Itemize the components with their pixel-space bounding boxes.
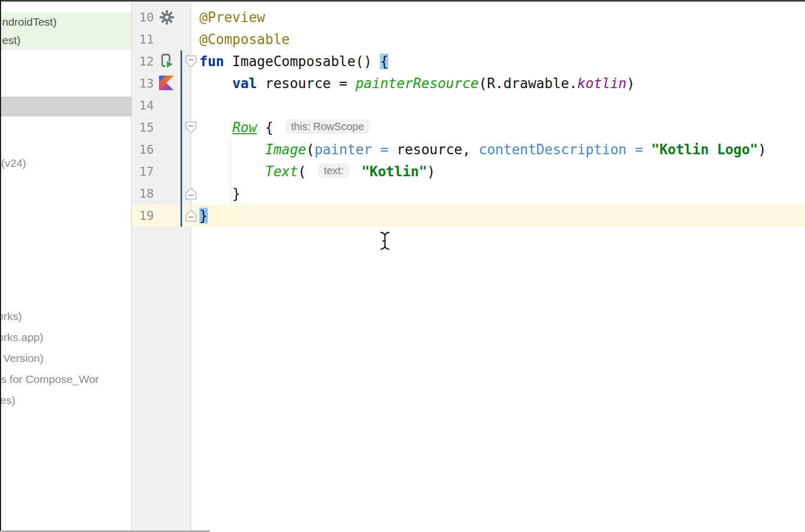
text-ibeam-cursor-icon [379,231,391,253]
arg-resource: resource, [397,142,479,157]
tree-dimmed-items: orks) orks.app) Version) s for Compose_W… [1,306,131,411]
gutter-change-marker[interactable] [181,50,182,227]
tree-item-label: ndroidTest) [2,16,57,28]
annotation-composable: @Composable [199,31,290,47]
current-line-highlight [132,205,805,227]
code-line-16[interactable]: Image(painter = resource, contentDescrip… [191,139,766,161]
tree-item-version[interactable]: Version) [1,348,131,369]
composable-call-text: Text [265,164,298,179]
code-line-11[interactable]: @Composable [191,28,290,50]
annotation-preview: @Preview [199,9,265,25]
tree-item-orks[interactable]: orks) [1,306,131,327]
open-paren: ( [298,164,314,179]
line-number-13[interactable]: 13 [132,72,154,94]
fold-end-marker-icon[interactable] [185,209,197,222]
tree-item-androidtest[interactable]: ndroidTest) [2,13,132,31]
tree-item-label: Version) [3,348,44,369]
tree-item-est[interactable]: est) [2,31,132,49]
close-brace-row: } [199,186,240,201]
line-number-11[interactable]: 11 [132,28,154,50]
line-number-19[interactable]: 19 [132,205,154,227]
line-number-18[interactable]: 18 [132,183,154,205]
composable-call-row: Row [232,120,257,135]
run-preview-icon[interactable] [160,53,175,71]
assignment-text: resource = [257,76,356,91]
window-left-edge [0,0,1,532]
code-line-12[interactable]: fun ImageComposable() { [191,50,388,72]
fold-start-marker-icon[interactable] [185,55,197,68]
open-brace: { [257,120,282,135]
close-paren: ) [627,76,635,91]
fold-start-marker-icon[interactable] [185,121,197,134]
kotlin-logo-icon[interactable] [159,76,174,92]
tree-item-label: est) [2,34,20,46]
matched-open-brace: { [380,54,388,69]
string-kotlin-logo: "Kotlin Logo" [651,142,758,157]
code-line-14[interactable] [191,94,199,116]
function-signature: ImageComposable() [224,54,380,69]
gear-icon[interactable] [159,9,175,27]
tree-item-compose-wor[interactable]: s for Compose_Wor [1,369,131,390]
indent [199,164,265,179]
tree-item-orks-app[interactable]: orks.app) [1,327,131,348]
composable-call-image: Image [265,142,306,157]
fold-end-marker-icon[interactable] [185,187,197,200]
matched-close-brace: } [199,208,208,224]
indent [199,120,232,135]
drawable-field-kotlin: kotlin [577,76,627,91]
code-line-17[interactable]: Text( text: "Kotlin") [191,161,436,183]
close-paren: ) [758,142,767,157]
string-kotlin: "Kotlin" [362,164,427,179]
keyword-val: val [232,76,257,91]
tree-item-es[interactable]: es) [1,390,131,411]
inlay-hint-rowscope[interactable]: this: RowScope [285,119,370,134]
tree-item-v24[interactable]: (v24) [1,153,131,174]
tree-item-label: orks.app) [1,327,44,348]
line-number-17[interactable]: 17 [132,161,154,183]
line-number-10[interactable]: 10 [132,6,154,28]
resource-path: (R.drawable. [479,76,577,91]
tree-item-label: orks) [1,306,22,327]
code-line-15[interactable]: Row { this: RowScope [191,116,374,139]
editor-gutter: 10 11 12 13 14 15 16 17 18 19 [132,2,191,530]
line-number-16[interactable]: 16 [132,139,154,161]
open-paren: ( [306,142,315,157]
tree-selected-row[interactable] [1,97,131,116]
tree-highlighted-group: ndroidTest) est) [1,13,131,50]
function-call-painterresource: painterResource [355,76,479,91]
close-paren: ) [427,164,436,179]
inlay-hint-text-param[interactable]: text: [318,163,349,178]
code-line-18[interactable]: } [191,183,240,205]
code-line-10[interactable]: @Preview [191,6,265,28]
project-tool-window: ndroidTest) est) (v24) orks) orks.app) V… [1,2,132,530]
keyword-fun: fun [199,54,224,69]
tree-item-label: s for Compose_Wor [1,369,99,390]
space [353,164,362,179]
line-number-12[interactable]: 12 [132,50,154,72]
named-arg-painter: painter = [314,142,397,157]
indent [199,142,265,157]
tree-item-label: (v24) [1,157,26,169]
line-number-14[interactable]: 14 [132,94,154,116]
tree-item-label: es) [1,390,15,411]
window-top-edge [0,0,805,2]
indent [199,76,232,91]
code-line-13[interactable]: val resource = painterResource(R.drawabl… [191,72,635,94]
line-number-15[interactable]: 15 [132,116,154,139]
named-arg-contentdescription: contentDescription = [479,142,651,157]
